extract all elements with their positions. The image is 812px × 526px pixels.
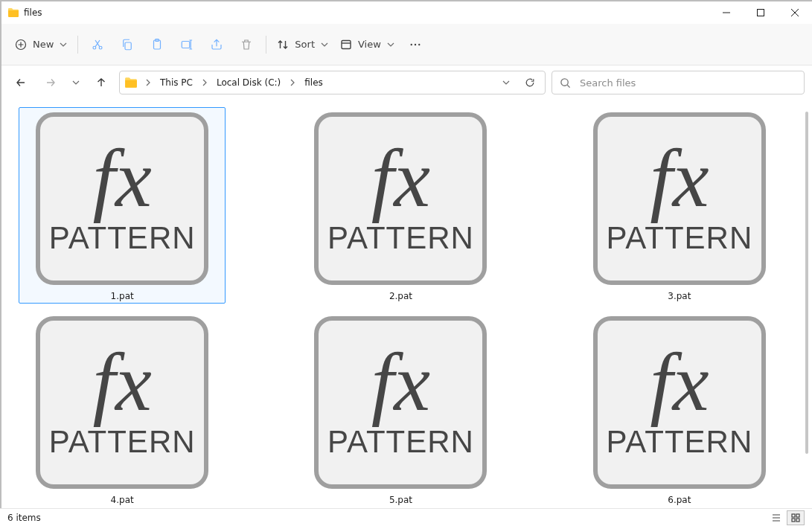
pattern-file-icon: fx PATTERN: [311, 313, 490, 492]
chevron-down-icon: [387, 41, 394, 48]
file-item-2[interactable]: fx PATTERN 2.pat: [297, 107, 504, 304]
svg-point-12: [561, 78, 568, 85]
copy-button[interactable]: [112, 31, 142, 58]
window-close-button[interactable]: [778, 1, 812, 24]
view-large-icons-button[interactable]: [787, 510, 805, 525]
status-item-count: 6 items: [7, 513, 41, 523]
nav-row: This PC Local Disk (C:) files: [1, 65, 812, 100]
new-button-label: New: [33, 39, 54, 50]
svg-rect-7: [182, 41, 191, 48]
breadcrumb-local-disk[interactable]: Local Disk (C:): [214, 77, 284, 88]
svg-point-11: [418, 43, 420, 45]
back-button[interactable]: [9, 71, 33, 94]
chevron-down-icon: [321, 41, 328, 48]
window-title: files: [24, 7, 42, 18]
pattern-file-icon: fx PATTERN: [590, 109, 769, 288]
svg-point-10: [415, 43, 416, 45]
sort-button[interactable]: Sort: [271, 31, 334, 58]
svg-point-9: [410, 43, 412, 45]
forward-button[interactable]: [39, 71, 63, 94]
chevron-right-icon[interactable]: [287, 79, 298, 86]
more-button[interactable]: [400, 31, 430, 58]
svg-rect-15: [792, 519, 795, 522]
view-button-label: View: [358, 39, 381, 50]
share-button[interactable]: [202, 31, 231, 58]
address-bar[interactable]: This PC Local Disk (C:) files: [119, 71, 546, 94]
chevron-down-icon: [60, 41, 67, 48]
view-details-button[interactable]: [767, 510, 785, 525]
file-item-4[interactable]: fx PATTERN 4.pat: [19, 311, 226, 507]
file-label: 2.pat: [389, 291, 412, 301]
svg-rect-4: [125, 42, 131, 50]
sort-button-label: Sort: [295, 39, 315, 50]
window-minimize-button[interactable]: [709, 1, 744, 24]
svg-rect-13: [792, 514, 795, 517]
file-grid: fx PATTERN 1.pat fx PATTERN 2.pat fx PAT…: [1, 98, 802, 508]
up-button[interactable]: [89, 71, 113, 94]
svg-rect-8: [342, 40, 351, 48]
scrollbar[interactable]: [802, 98, 812, 508]
svg-rect-16: [796, 519, 799, 522]
folder-icon: [7, 7, 19, 19]
chevron-right-icon[interactable]: [199, 79, 211, 86]
file-item-6[interactable]: fx PATTERN 6.pat: [576, 311, 783, 507]
svg-rect-0: [758, 10, 764, 16]
svg-rect-14: [796, 514, 799, 517]
file-item-3[interactable]: fx PATTERN 3.pat: [576, 107, 783, 304]
pattern-file-icon: fx PATTERN: [33, 313, 211, 492]
file-label: 4.pat: [111, 495, 134, 505]
chevron-down-icon: [72, 79, 80, 86]
svg-point-3: [100, 46, 103, 49]
search-icon: [560, 77, 571, 89]
folder-icon: [124, 76, 138, 89]
scroll-thumb[interactable]: [805, 112, 808, 454]
file-label: 3.pat: [668, 291, 691, 301]
view-button[interactable]: View: [334, 31, 400, 58]
toolbar: New Sort View: [1, 24, 812, 65]
breadcrumb-files[interactable]: files: [301, 77, 326, 88]
breadcrumb-this-pc[interactable]: This PC: [157, 77, 196, 88]
window-maximize-button[interactable]: [744, 1, 778, 24]
rename-button[interactable]: [172, 31, 202, 58]
cut-button[interactable]: [83, 31, 112, 58]
paste-button[interactable]: [142, 31, 172, 58]
titlebar: files: [1, 1, 812, 24]
pattern-file-icon: fx PATTERN: [311, 109, 490, 288]
file-item-5[interactable]: fx PATTERN 5.pat: [297, 311, 504, 507]
svg-point-2: [93, 46, 96, 49]
file-label: 5.pat: [389, 495, 412, 505]
file-label: 1.pat: [111, 291, 134, 301]
chevron-right-icon[interactable]: [142, 79, 154, 86]
file-item-1[interactable]: fx PATTERN 1.pat: [19, 107, 226, 304]
status-bar: 6 items: [1, 508, 812, 526]
address-dropdown-button[interactable]: [496, 72, 517, 93]
new-button[interactable]: New: [9, 31, 73, 58]
search-input[interactable]: [578, 77, 796, 89]
search-box[interactable]: [552, 71, 805, 94]
pattern-file-icon: fx PATTERN: [33, 109, 211, 288]
pattern-file-icon: fx PATTERN: [590, 313, 769, 492]
recent-locations-button[interactable]: [68, 71, 83, 94]
file-label: 6.pat: [668, 495, 691, 505]
delete-button[interactable]: [231, 31, 261, 58]
refresh-button[interactable]: [520, 72, 540, 93]
chevron-down-icon: [502, 79, 510, 86]
